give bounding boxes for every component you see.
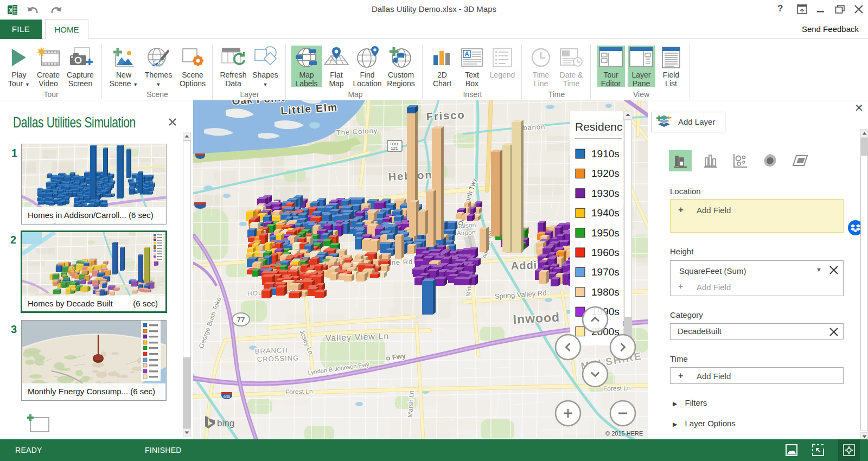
svg-text:635: 635 xyxy=(224,394,231,399)
svg-text:Residenc: Residenc xyxy=(575,120,623,133)
svg-text:1960s: 1960s xyxy=(591,247,620,258)
svg-text:1970s: 1970s xyxy=(591,266,620,278)
svg-text:1980s: 1980s xyxy=(591,286,620,298)
svg-text:1940s: 1940s xyxy=(591,207,620,219)
svg-text:© 2015 HERE: © 2015 HERE xyxy=(605,430,643,437)
svg-text:TOLL: TOLL xyxy=(390,142,399,146)
svg-text:1950s: 1950s xyxy=(591,227,620,239)
svg-text:1920s: 1920s xyxy=(591,168,620,179)
svg-text:A: A xyxy=(464,50,469,58)
svg-text:1930s: 1930s xyxy=(591,188,620,199)
svg-text:CROSSING: CROSSING xyxy=(257,354,299,363)
svg-text:Addi: Addi xyxy=(510,259,537,272)
svg-text:Airport: Airport xyxy=(456,228,476,237)
svg-text:ine Rd: ine Rd xyxy=(389,258,413,267)
svg-text:Frisco: Frisco xyxy=(426,108,465,123)
svg-text:Forest Ln: Forest Ln xyxy=(603,384,631,393)
svg-text:77: 77 xyxy=(237,316,245,324)
svg-text:HOL: HOL xyxy=(247,289,263,297)
svg-text:Inwood: Inwood xyxy=(513,310,560,326)
svg-text:Forest Ln: Forest Ln xyxy=(285,387,313,396)
svg-text:1910s: 1910s xyxy=(591,148,620,159)
svg-text:bing: bing xyxy=(217,418,234,428)
svg-text:Marsh Ln: Marsh Ln xyxy=(406,390,416,418)
svg-text:121: 121 xyxy=(391,146,398,151)
